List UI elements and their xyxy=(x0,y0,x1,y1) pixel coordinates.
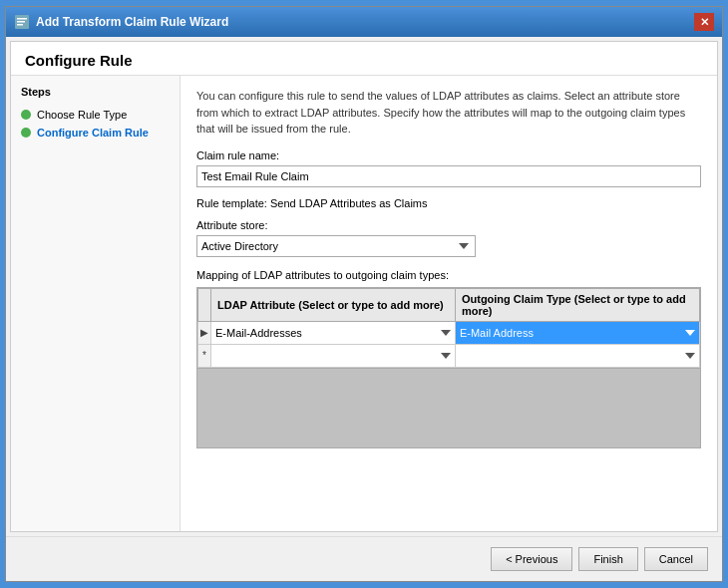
content-area: Configure Rule Steps Choose Rule Type Co… xyxy=(10,41,718,532)
rule-template-label: Rule template: Send LDAP Attributes as C… xyxy=(196,197,701,209)
mapping-table: LDAP Attribute (Select or type to add mo… xyxy=(197,288,700,368)
empty-rows-area xyxy=(197,368,700,447)
outgoing-select-1[interactable]: E-Mail AddressGiven NameSurnameDisplay N… xyxy=(456,322,699,344)
attribute-store-label: Attribute store: xyxy=(196,219,701,231)
ldap-select-2[interactable] xyxy=(211,345,455,367)
sidebar-title: Steps xyxy=(11,86,180,106)
row-star-2: * xyxy=(202,350,206,361)
table-row: * xyxy=(198,344,700,367)
outgoing-cell-2 xyxy=(455,344,699,367)
row-marker-1: ▶ xyxy=(198,321,211,344)
sidebar-item-choose-rule-type[interactable]: Choose Rule Type xyxy=(11,106,180,124)
ldap-cell-2 xyxy=(211,344,456,367)
svg-rect-2 xyxy=(17,21,25,23)
svg-rect-3 xyxy=(17,24,23,26)
mapping-label: Mapping of LDAP attributes to outgoing c… xyxy=(196,269,701,281)
wizard-icon xyxy=(14,14,30,30)
step-dot-1 xyxy=(21,110,31,120)
row-arrow-1: ▶ xyxy=(200,327,208,338)
finish-button[interactable]: Finish xyxy=(578,547,637,571)
sidebar-item-label: Choose Rule Type xyxy=(37,109,127,121)
page-title: Configure Rule xyxy=(11,42,717,76)
sidebar: Steps Choose Rule Type Configure Claim R… xyxy=(11,76,181,531)
row-marker-2: * xyxy=(198,344,211,367)
step-dot-2 xyxy=(21,128,31,138)
cancel-button[interactable]: Cancel xyxy=(644,547,708,571)
col-marker-header xyxy=(198,288,211,321)
window-title: Add Transform Claim Rule Wizard xyxy=(36,15,228,29)
col-ldap-header: LDAP Attribute (Select or type to add mo… xyxy=(211,288,456,321)
svg-rect-1 xyxy=(17,18,27,20)
mapping-table-container: LDAP Attribute (Select or type to add mo… xyxy=(196,287,701,448)
col-outgoing-header: Outgoing Claim Type (Select or type to a… xyxy=(455,288,699,321)
previous-button[interactable]: < Previous xyxy=(491,547,572,571)
main-body: Steps Choose Rule Type Configure Claim R… xyxy=(11,76,717,531)
footer: < Previous Finish Cancel xyxy=(6,536,722,581)
sidebar-item-label: Configure Claim Rule xyxy=(37,127,149,139)
title-bar-left: Add Transform Claim Rule Wizard xyxy=(14,14,228,30)
close-button[interactable]: ✕ xyxy=(694,13,714,31)
title-bar: Add Transform Claim Rule Wizard ✕ xyxy=(6,7,722,37)
form-area: You can configure this rule to send the … xyxy=(181,76,717,531)
claim-rule-name-input[interactable] xyxy=(196,165,701,187)
table-row: ▶ E-Mail-AddressesGiven-NameSurnameDispl… xyxy=(198,321,700,344)
ldap-cell-1: E-Mail-AddressesGiven-NameSurnameDisplay… xyxy=(211,321,456,344)
claim-rule-name-label: Claim rule name: xyxy=(196,149,701,161)
ldap-select-1[interactable]: E-Mail-AddressesGiven-NameSurnameDisplay… xyxy=(211,322,455,344)
sidebar-item-configure-claim-rule[interactable]: Configure Claim Rule xyxy=(11,124,180,142)
outgoing-select-2[interactable] xyxy=(456,345,699,367)
attribute-store-select[interactable]: Active Directory xyxy=(196,235,476,257)
description-text: You can configure this rule to send the … xyxy=(196,88,701,138)
wizard-window: Add Transform Claim Rule Wizard ✕ Config… xyxy=(5,6,723,582)
outgoing-cell-1: E-Mail AddressGiven NameSurnameDisplay N… xyxy=(455,321,699,344)
